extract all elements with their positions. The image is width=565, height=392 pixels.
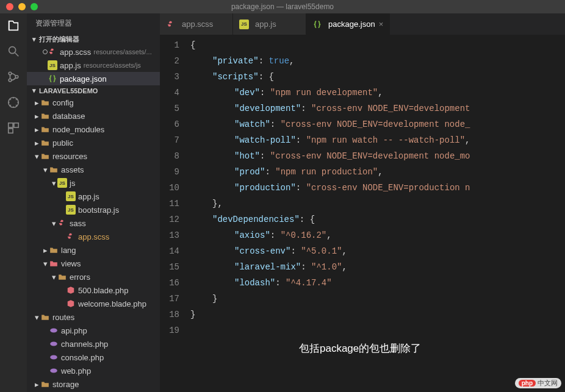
code-line[interactable]: "hot": "cross-env NODE_ENV=development n… bbox=[190, 148, 565, 164]
code-line[interactable]: "devDependencies": { bbox=[190, 212, 565, 227]
code-line[interactable]: "dev": "npm run development", bbox=[190, 85, 565, 101]
code-line[interactable]: } bbox=[190, 291, 565, 307]
file-item[interactable]: web.php bbox=[27, 364, 160, 377]
code-line[interactable]: "scripts": { bbox=[190, 69, 565, 85]
open-editors-list: app.scssresources/assets/...JSapp.jsreso… bbox=[27, 45, 160, 85]
code-editor[interactable]: 12345678910111213141516171819 {"private"… bbox=[160, 35, 565, 392]
search-icon[interactable] bbox=[6, 44, 21, 59]
extensions-icon[interactable] bbox=[6, 121, 21, 135]
tab-label: app.js bbox=[255, 20, 276, 29]
folder-item[interactable]: ▾errors bbox=[27, 270, 160, 283]
project-header[interactable]: ▾ LARAVEL55DEMO bbox=[27, 85, 160, 96]
close-icon[interactable]: × bbox=[379, 20, 384, 29]
file-item[interactable]: 500.blade.php bbox=[27, 283, 160, 297]
file-item[interactable]: app.scss bbox=[27, 230, 160, 243]
open-editor-item[interactable]: app.scssresources/assets/... bbox=[27, 45, 160, 59]
maximize-window-button[interactable] bbox=[31, 3, 38, 10]
editor-tab[interactable]: app.scss bbox=[160, 13, 233, 35]
chevron-down-icon: ▾ bbox=[31, 35, 38, 43]
minimize-window-button[interactable] bbox=[18, 3, 26, 10]
folder-item[interactable]: ▾views bbox=[27, 257, 160, 270]
js-icon: JS bbox=[48, 60, 57, 70]
code-line[interactable]: "laravel-mix": "^1.0", bbox=[190, 259, 565, 275]
code-line[interactable]: { bbox=[190, 37, 565, 53]
svg-rect-6 bbox=[9, 123, 13, 127]
file-item[interactable]: console.php bbox=[27, 351, 160, 364]
watermark-badge: php bbox=[519, 380, 536, 387]
item-label: app.js bbox=[78, 192, 99, 201]
open-editors-header[interactable]: ▾ 打开的编辑器 bbox=[27, 34, 160, 45]
close-window-button[interactable] bbox=[6, 3, 13, 10]
folder-icon bbox=[40, 124, 50, 134]
folder-item[interactable]: ▾sass bbox=[27, 216, 160, 230]
line-number: 3 bbox=[160, 69, 179, 85]
folder-item[interactable]: ▸node_modules bbox=[27, 123, 160, 136]
code-line[interactable]: }, bbox=[190, 196, 565, 212]
folder-item[interactable]: ▸public bbox=[27, 136, 160, 149]
svg-point-11 bbox=[50, 355, 57, 360]
folder-item[interactable]: ▸config bbox=[27, 96, 160, 109]
folder-item[interactable]: ▾resources bbox=[27, 149, 160, 163]
item-label: console.php bbox=[61, 353, 104, 362]
line-number: 13 bbox=[160, 227, 179, 243]
open-editor-item[interactable]: package.json bbox=[27, 72, 160, 85]
dirty-indicator bbox=[43, 49, 48, 54]
debug-icon[interactable] bbox=[6, 95, 21, 110]
line-number: 9 bbox=[160, 164, 179, 180]
svg-point-3 bbox=[9, 79, 12, 82]
line-number: 18 bbox=[160, 307, 179, 323]
line-number: 16 bbox=[160, 275, 179, 291]
twisty-icon: ▸ bbox=[33, 138, 40, 148]
item-label: 500.blade.php bbox=[78, 286, 128, 295]
svg-line-1 bbox=[15, 53, 19, 57]
code-line[interactable]: "prod": "npm run production", bbox=[190, 164, 565, 180]
open-editor-item[interactable]: JSapp.jsresources/assets/js bbox=[27, 59, 160, 72]
file-name: package.json bbox=[60, 74, 107, 84]
code-line[interactable]: "watch": "cross-env NODE_ENV=development… bbox=[190, 116, 565, 132]
line-number: 5 bbox=[160, 101, 179, 116]
file-item[interactable]: welcome.blade.php bbox=[27, 297, 160, 310]
folder-item[interactable]: ▾routes bbox=[27, 310, 160, 324]
item-label: channels.php bbox=[61, 340, 108, 349]
code-line[interactable]: "production": "cross-env NODE_ENV=produc… bbox=[190, 180, 565, 196]
source-control-icon[interactable] bbox=[6, 69, 21, 84]
line-number: 2 bbox=[160, 53, 179, 69]
laravel-icon bbox=[66, 285, 76, 295]
line-numbers: 12345678910111213141516171819 bbox=[160, 35, 190, 392]
folder-item[interactable]: ▸database bbox=[27, 109, 160, 123]
php-icon bbox=[49, 352, 59, 362]
code-line[interactable] bbox=[190, 323, 565, 338]
folder-item[interactable]: ▸storage bbox=[27, 377, 160, 391]
code-content[interactable]: {"private": true,"scripts": {"dev": "npm… bbox=[190, 35, 565, 392]
php-icon bbox=[49, 339, 59, 349]
file-item[interactable]: api.php bbox=[27, 324, 160, 337]
code-line[interactable]: "cross-env": "^5.0.1", bbox=[190, 243, 565, 259]
code-line[interactable]: "private": true, bbox=[190, 53, 565, 69]
file-path: resources/assets/... bbox=[93, 48, 151, 55]
sidebar: 资源管理器 ▾ 打开的编辑器 app.scssresources/assets/… bbox=[27, 13, 160, 392]
file-item[interactable]: channels.php bbox=[27, 337, 160, 351]
explorer-icon[interactable] bbox=[6, 18, 21, 33]
code-line[interactable]: "development": "cross-env NODE_ENV=devel… bbox=[190, 101, 565, 116]
line-number: 15 bbox=[160, 259, 179, 275]
code-line[interactable]: "watch-poll": "npm run watch -- --watch-… bbox=[190, 132, 565, 148]
code-line[interactable]: } bbox=[190, 307, 565, 323]
editor-tab[interactable]: JSapp.js bbox=[233, 13, 306, 35]
code-line[interactable]: "axios": "^0.16.2", bbox=[190, 227, 565, 243]
laravel-icon bbox=[66, 299, 76, 308]
item-label: web.php bbox=[61, 366, 91, 376]
code-line[interactable]: "lodash": "^4.17.4" bbox=[190, 275, 565, 291]
folder-item[interactable]: ▸lang bbox=[27, 243, 160, 257]
file-item[interactable]: JSapp.js bbox=[27, 190, 160, 203]
titlebar: package.json — laravel55demo bbox=[0, 0, 565, 13]
twisty-icon: ▾ bbox=[33, 152, 40, 161]
file-item[interactable]: JSbootstrap.js bbox=[27, 203, 160, 216]
twisty-icon: ▸ bbox=[33, 112, 40, 121]
twisty-icon: ▾ bbox=[41, 259, 49, 268]
folder-item[interactable]: ▾JSjs bbox=[27, 176, 160, 190]
line-number: 1 bbox=[160, 37, 179, 53]
folder-icon bbox=[40, 138, 50, 148]
editor-tab[interactable]: package.json× bbox=[306, 13, 390, 35]
sass-icon bbox=[57, 218, 67, 228]
folder-item[interactable]: ▾assets bbox=[27, 163, 160, 176]
